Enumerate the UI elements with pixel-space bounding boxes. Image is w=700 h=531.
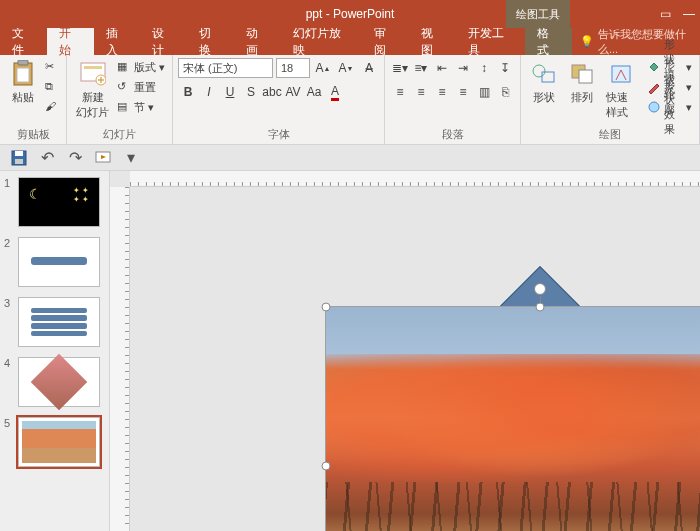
tab-home[interactable]: 开始 (47, 28, 94, 55)
numbering-button[interactable]: ≡▾ (411, 58, 431, 78)
strike-button[interactable]: S (241, 82, 261, 102)
layout-icon: ▦ (117, 60, 131, 74)
underline-button[interactable]: U (220, 82, 240, 102)
slide-thumbnail[interactable]: ☾✦ ✦✦ ✦ (18, 177, 100, 227)
paste-button[interactable]: 粘贴 (5, 58, 41, 107)
italic-button[interactable]: I (199, 82, 219, 102)
bucket-icon (647, 60, 661, 74)
tab-file[interactable]: 文件 (0, 28, 47, 55)
slide-thumbnail[interactable] (18, 417, 100, 467)
tab-view[interactable]: 视图 (409, 28, 456, 55)
line-spacing-button[interactable]: ↕ (474, 58, 494, 78)
cut-button[interactable]: ✂ (43, 58, 61, 76)
quick-styles-label: 快速样式 (606, 90, 635, 120)
tab-review[interactable]: 审阅 (362, 28, 409, 55)
lightbulb-icon: 💡 (580, 35, 594, 48)
window-controls: ▭ ― (660, 7, 695, 21)
reset-button[interactable]: ↺重置 (115, 78, 167, 96)
horizontal-ruler (130, 171, 700, 187)
arrange-button[interactable]: 排列 (564, 58, 600, 107)
section-button[interactable]: ▤节▾ (115, 98, 167, 116)
save-button[interactable] (10, 149, 28, 167)
group-paragraph: ≣▾ ≡▾ ⇤ ⇥ ↕ ↧ ≡ ≡ ≡ ≡ ▥ ⎘ 段落 (385, 55, 521, 144)
text-direction-button[interactable]: ↧ (495, 58, 515, 78)
chevron-down-icon: ▾ (686, 81, 692, 94)
shrink-font-button[interactable]: A▼ (336, 58, 356, 78)
svg-rect-13 (15, 151, 23, 156)
quick-styles-button[interactable]: 快速样式 (602, 58, 639, 122)
tab-transitions[interactable]: 切换 (187, 28, 234, 55)
app-title: ppt - PowerPoint (306, 7, 395, 21)
thumb-number: 5 (4, 417, 14, 467)
font-size-combo[interactable]: 18 (276, 58, 310, 78)
vertical-ruler (110, 187, 130, 531)
ribbon-options-icon[interactable]: ▭ (660, 7, 671, 21)
shapes-button[interactable]: 形状 (526, 58, 562, 107)
copy-button[interactable]: ⧉ (43, 78, 61, 96)
grow-font-button[interactable]: A▲ (313, 58, 333, 78)
slide-canvas[interactable] (110, 171, 700, 531)
tell-me-text: 告诉我您想要做什么... (598, 27, 700, 57)
tab-format[interactable]: 格式 (525, 28, 572, 55)
bold-button[interactable]: B (178, 82, 198, 102)
chevron-down-icon: ▾ (148, 101, 154, 114)
tab-animations[interactable]: 动画 (234, 28, 281, 55)
smartart-button[interactable]: ⎘ (495, 82, 515, 102)
reset-icon: ↺ (117, 80, 131, 94)
arrange-label: 排列 (571, 90, 593, 105)
align-left-button[interactable]: ≡ (390, 82, 410, 102)
paste-label: 粘贴 (12, 90, 34, 105)
svg-point-11 (649, 102, 659, 112)
shadow-button[interactable]: abc (262, 82, 282, 102)
chevron-down-icon: ▾ (686, 101, 692, 114)
eraser-icon: A̶ (365, 61, 373, 75)
justify-button[interactable]: ≡ (453, 82, 473, 102)
title-bar: ppt - PowerPoint 绘图工具 ▭ ― (0, 0, 700, 28)
indent-inc-button[interactable]: ⇥ (453, 58, 473, 78)
spacing-button[interactable]: AV (283, 82, 303, 102)
selected-image[interactable] (325, 306, 700, 531)
tab-insert[interactable]: 插入 (94, 28, 141, 55)
tab-slideshow[interactable]: 幻灯片放映 (281, 28, 362, 55)
shapes-label: 形状 (533, 90, 555, 105)
font-color-button[interactable]: A (325, 82, 345, 102)
thumbnail-row[interactable]: 2 (4, 237, 105, 287)
clipboard-label: 剪贴板 (5, 125, 61, 144)
copy-icon: ⧉ (45, 80, 59, 94)
slide-thumbnails-panel[interactable]: 1 ☾✦ ✦✦ ✦ 2 3 4 5 (0, 171, 110, 531)
effects-icon (647, 100, 661, 114)
thumbnail-row[interactable]: 3 (4, 297, 105, 347)
minimize-icon[interactable]: ― (683, 7, 695, 21)
svg-rect-2 (17, 68, 29, 82)
tab-design[interactable]: 设计 (140, 28, 187, 55)
shape-effects-button[interactable]: 形状效果▾ (645, 98, 694, 116)
slide-thumbnail[interactable] (18, 297, 100, 347)
font-family-combo[interactable]: 宋体 (正文) (178, 58, 273, 78)
change-case-button[interactable]: Aa (304, 82, 324, 102)
redo-button[interactable]: ↷ (66, 149, 84, 167)
indent-dec-button[interactable]: ⇤ (432, 58, 452, 78)
start-slideshow-button[interactable] (94, 149, 112, 167)
thumb-number: 4 (4, 357, 14, 407)
align-right-button[interactable]: ≡ (432, 82, 452, 102)
format-painter-button[interactable]: 🖌 (43, 98, 61, 116)
align-center-button[interactable]: ≡ (411, 82, 431, 102)
layout-button[interactable]: ▦版式▾ (115, 58, 167, 76)
slide-thumbnail[interactable] (18, 357, 100, 407)
paragraph-label: 段落 (390, 125, 515, 144)
clear-format-button[interactable]: A̶ (359, 58, 379, 78)
thumbnail-row[interactable]: 4 (4, 357, 105, 407)
columns-button[interactable]: ▥ (474, 82, 494, 102)
menu-bar: 文件 开始 插入 设计 切换 动画 幻灯片放映 审阅 视图 开发工具 格式 💡 … (0, 28, 700, 55)
font-label: 字体 (178, 125, 379, 144)
new-slide-button[interactable]: 新建 幻灯片 (72, 58, 113, 122)
qat-customize[interactable]: ▾ (122, 149, 140, 167)
slide-thumbnail[interactable] (18, 237, 100, 287)
group-clipboard: 粘贴 ✂ ⧉ 🖌 剪贴板 (0, 55, 67, 144)
undo-button[interactable]: ↶ (38, 149, 56, 167)
svg-rect-7 (542, 72, 554, 82)
thumbnail-row[interactable]: 1 ☾✦ ✦✦ ✦ (4, 177, 105, 227)
thumbnail-row[interactable]: 5 (4, 417, 105, 467)
tab-developer[interactable]: 开发工具 (456, 28, 526, 55)
bullets-button[interactable]: ≣▾ (390, 58, 410, 78)
